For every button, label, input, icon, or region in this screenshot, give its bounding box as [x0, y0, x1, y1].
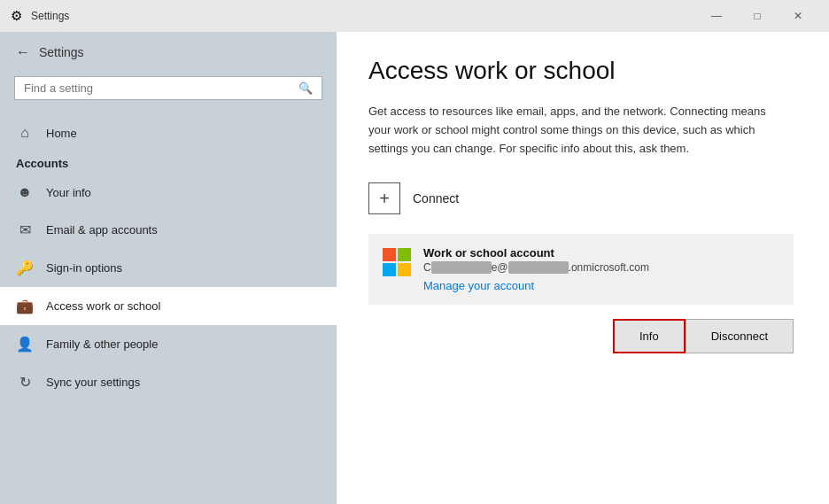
account-name: Work or school account — [423, 246, 649, 260]
minimize-button[interactable]: — — [696, 0, 737, 32]
app-icon: ⚙ — [11, 8, 22, 24]
page-title: Access work or school — [368, 57, 797, 85]
ms-logo-blue — [383, 263, 396, 276]
sidebar-item-signin[interactable]: 🔑 Sign-in options — [0, 249, 337, 287]
email-blurred-2: ████████ — [508, 261, 569, 274]
close-button[interactable]: ✕ — [778, 0, 818, 32]
connect-area[interactable]: + Connect — [368, 182, 797, 214]
app-body: ← Settings 🔍 ⌂ Home Accounts ☻ Your info… — [0, 32, 829, 504]
account-email: C████████e@████████.onmicrosoft.com — [423, 261, 649, 274]
sidebar-item-work-school-label: Access work or school — [46, 299, 160, 313]
email-suffix: .onmicrosoft.com — [569, 261, 649, 274]
search-box[interactable]: 🔍 — [14, 76, 322, 100]
sidebar-item-family[interactable]: 👤 Family & other people — [0, 325, 337, 363]
account-info: Work or school account C████████e@██████… — [423, 246, 649, 292]
briefcase-icon: 💼 — [16, 298, 34, 314]
email-at: e@ — [492, 261, 508, 274]
content-description: Get access to resources like email, apps… — [368, 103, 767, 158]
sidebar-item-home-label: Home — [46, 127, 77, 140]
family-icon: 👤 — [16, 336, 34, 353]
content-area: Access work or school Get access to reso… — [337, 32, 829, 504]
search-icon: 🔍 — [298, 81, 313, 95]
email-blurred-1: ████████ — [431, 261, 492, 274]
home-icon: ⌂ — [16, 125, 34, 141]
sidebar-item-your-info-label: Your info — [46, 186, 91, 199]
info-button[interactable]: Info — [613, 319, 686, 353]
maximize-button[interactable]: □ — [737, 0, 778, 32]
sidebar-item-email-apps[interactable]: ✉ Email & app accounts — [0, 211, 337, 249]
key-icon: 🔑 — [16, 260, 34, 276]
sync-icon: ↻ — [16, 374, 34, 391]
email-prefix: C — [423, 261, 431, 274]
title-bar-left: ⚙ Settings — [11, 8, 69, 24]
sidebar-item-home[interactable]: ⌂ Home — [0, 114, 337, 151]
account-card-top: Work or school account C████████e@██████… — [383, 246, 779, 292]
email-icon: ✉ — [16, 221, 34, 238]
ms-logo-red — [383, 248, 396, 261]
sidebar-title: Settings — [39, 45, 84, 59]
manage-account-link[interactable]: Manage your account — [423, 279, 649, 292]
sidebar-item-work-school[interactable]: 💼 Access work or school — [0, 287, 337, 325]
sidebar-section-label: Accounts — [0, 151, 337, 174]
sidebar: ← Settings 🔍 ⌂ Home Accounts ☻ Your info… — [0, 32, 337, 504]
window-controls: — □ ✕ — [696, 0, 818, 32]
search-input[interactable] — [24, 81, 298, 95]
action-buttons: Info Disconnect — [368, 319, 794, 353]
microsoft-logo — [383, 248, 411, 276]
disconnect-button[interactable]: Disconnect — [686, 319, 794, 353]
your-info-icon: ☻ — [16, 184, 34, 200]
ms-logo-green — [398, 248, 411, 261]
connect-label: Connect — [413, 191, 459, 205]
sidebar-item-family-label: Family & other people — [46, 337, 158, 351]
sidebar-item-email-apps-label: Email & app accounts — [46, 223, 158, 236]
title-bar-title: Settings — [31, 10, 69, 22]
sidebar-header: ← Settings — [0, 32, 337, 69]
title-bar: ⚙ Settings — □ ✕ — [0, 0, 829, 32]
account-card: Work or school account C████████e@██████… — [368, 234, 794, 305]
sidebar-item-signin-label: Sign-in options — [46, 261, 122, 275]
connect-plus-icon: + — [368, 182, 400, 214]
sidebar-item-sync-label: Sync your settings — [46, 376, 140, 389]
sidebar-item-your-info[interactable]: ☻ Your info — [0, 174, 337, 211]
ms-logo-yellow — [398, 263, 411, 276]
back-button[interactable]: ← — [16, 44, 30, 60]
sidebar-item-sync[interactable]: ↻ Sync your settings — [0, 363, 337, 401]
